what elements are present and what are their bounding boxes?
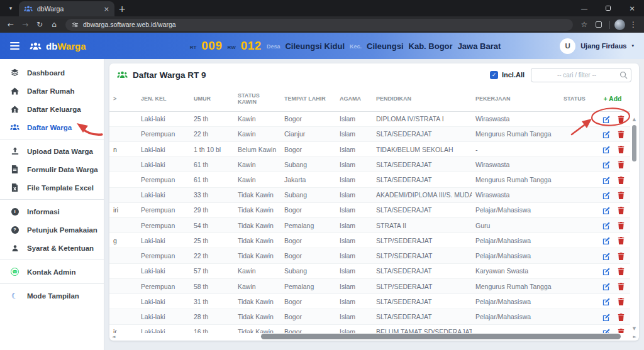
forward-icon[interactable]: → bbox=[19, 18, 31, 31]
home-icon[interactable]: ⌂ bbox=[48, 18, 60, 31]
vertical-scrollbar[interactable]: ▲ ▼ bbox=[631, 116, 638, 332]
search-icon bbox=[619, 71, 628, 79]
edit-button[interactable] bbox=[602, 222, 610, 229]
edit-button[interactable] bbox=[602, 314, 610, 321]
pekerjaan-cell: Guru bbox=[472, 218, 560, 233]
file-excel-icon bbox=[9, 183, 20, 192]
address-bar[interactable]: dbwarga.software.web.id/warga bbox=[65, 19, 573, 31]
edit-button[interactable] bbox=[602, 207, 610, 214]
user-menu[interactable]: U Ujang Firdaus ▾ bbox=[560, 38, 634, 54]
add-button[interactable]: + Add bbox=[595, 86, 630, 111]
row-actions bbox=[595, 248, 630, 263]
edit-button[interactable] bbox=[602, 237, 610, 244]
sidebar-divider bbox=[0, 283, 104, 284]
incl-all-control[interactable]: ✓ Incl.All bbox=[490, 71, 525, 79]
scroll-right-icon[interactable]: ► bbox=[633, 334, 636, 339]
row-actions bbox=[595, 202, 630, 217]
jenis-kelamin-cell: Laki-laki bbox=[137, 309, 190, 324]
scroll-up-icon[interactable]: ▲ bbox=[633, 116, 636, 123]
sidebar-item-dashboard[interactable]: Dashboard bbox=[0, 63, 104, 82]
edit-icon bbox=[602, 116, 610, 123]
row-actions bbox=[595, 126, 630, 141]
delete-button[interactable] bbox=[618, 192, 625, 199]
incl-all-checkbox[interactable]: ✓ bbox=[490, 71, 498, 79]
edit-button[interactable] bbox=[602, 192, 610, 199]
delete-icon bbox=[618, 131, 625, 138]
delete-icon bbox=[618, 192, 625, 199]
vertical-scroll-thumb[interactable] bbox=[632, 125, 636, 161]
tempat-lahir-cell: Subang bbox=[280, 263, 336, 278]
delete-button[interactable] bbox=[618, 146, 625, 153]
scroll-left-icon[interactable]: ◄ bbox=[112, 334, 115, 339]
reload-icon[interactable]: ↻ bbox=[33, 18, 46, 31]
row-actions bbox=[595, 233, 630, 248]
url-text[interactable]: dbwarga.software.web.id/warga bbox=[83, 21, 176, 28]
restore-button[interactable] bbox=[596, 0, 620, 16]
extensions-icon[interactable] bbox=[592, 18, 605, 31]
edit-button[interactable] bbox=[602, 253, 610, 260]
delete-button[interactable] bbox=[618, 131, 625, 138]
sidebar-item-file-template-excel[interactable]: File Template Excel bbox=[0, 178, 104, 197]
sidebar-item-daftar-rumah[interactable]: Daftar Rumah bbox=[0, 82, 104, 100]
browser-tab[interactable]: dbWarga × bbox=[19, 1, 114, 16]
incl-all-label: Incl.All bbox=[502, 71, 525, 79]
minimize-button[interactable]: — bbox=[572, 0, 596, 16]
edit-button[interactable] bbox=[602, 161, 610, 168]
delete-button[interactable] bbox=[618, 237, 625, 244]
edit-button[interactable] bbox=[602, 268, 610, 275]
back-icon[interactable]: ← bbox=[4, 18, 17, 31]
profile-avatar[interactable] bbox=[614, 19, 625, 30]
edit-button[interactable] bbox=[602, 298, 610, 305]
row-actions bbox=[595, 278, 630, 293]
new-tab-button[interactable]: + bbox=[114, 1, 130, 16]
menu-kebab-icon[interactable]: ⋮ bbox=[627, 18, 640, 31]
delete-button[interactable] bbox=[618, 314, 625, 321]
edit-button[interactable] bbox=[602, 131, 610, 138]
edit-button[interactable] bbox=[602, 177, 610, 184]
delete-button[interactable] bbox=[618, 298, 625, 305]
delete-button[interactable] bbox=[618, 253, 625, 260]
sidebar-item-kontak-admin[interactable]: ☎ Kontak Admin bbox=[0, 263, 104, 281]
brand-users-icon bbox=[30, 42, 42, 50]
horizontal-scroll-thumb[interactable] bbox=[261, 334, 621, 339]
horizontal-scrollbar[interactable]: ◄ ► bbox=[112, 333, 636, 340]
scroll-down-icon[interactable]: ▼ bbox=[633, 325, 636, 332]
delete-button[interactable] bbox=[618, 268, 625, 275]
delete-button[interactable] bbox=[618, 329, 625, 333]
kec-label: Kec. bbox=[350, 43, 362, 50]
edit-button[interactable] bbox=[602, 283, 610, 290]
name-remnant-cell bbox=[109, 309, 137, 324]
edit-button[interactable] bbox=[602, 329, 610, 333]
sidebar-item-upload-data-warga[interactable]: Upload Data Warga bbox=[0, 142, 104, 160]
tab-close-icon[interactable]: × bbox=[104, 6, 109, 13]
delete-button[interactable] bbox=[618, 207, 625, 214]
sidebar-item-daftar-keluarga[interactable]: Daftar Keluarga bbox=[0, 100, 104, 118]
close-button[interactable]: × bbox=[620, 0, 644, 16]
delete-icon bbox=[618, 207, 625, 214]
tab-search-icon[interactable]: ▾ bbox=[3, 1, 19, 15]
search-input[interactable] bbox=[531, 68, 631, 82]
sidebar-item-daftar-warga[interactable]: Daftar Warga bbox=[0, 118, 104, 136]
site-settings-icon[interactable] bbox=[72, 21, 79, 28]
delete-button[interactable] bbox=[618, 116, 625, 123]
delete-button[interactable] bbox=[618, 222, 625, 229]
sidebar-item-syarat-ketentuan[interactable]: Syarat & Ketentuan bbox=[0, 239, 104, 257]
sidebar-item-formulir-data-warga[interactable]: Formulir Data Warga bbox=[0, 160, 104, 178]
sidebar-item-mode-tampilan[interactable]: ☾ Mode Tampilan bbox=[0, 287, 104, 305]
umur-cell: 1 th 10 bl bbox=[190, 141, 234, 156]
app-brand[interactable]: dbWarga bbox=[30, 41, 86, 52]
sidebar-item-informasi[interactable]: i Informasi bbox=[0, 202, 104, 221]
bookmark-star-icon[interactable]: ☆ bbox=[578, 18, 591, 31]
sidebar-item-petunjuk-pemakaian[interactable]: ? Petunjuk Pemakaian bbox=[0, 221, 104, 239]
delete-button[interactable] bbox=[618, 161, 625, 168]
umur-cell: 25 th bbox=[190, 233, 234, 248]
delete-button[interactable] bbox=[618, 177, 625, 184]
delete-button[interactable] bbox=[618, 283, 625, 290]
name-remnant-cell bbox=[109, 172, 137, 187]
edit-button[interactable] bbox=[602, 146, 610, 153]
row-actions bbox=[595, 172, 630, 187]
hamburger-icon[interactable] bbox=[10, 42, 19, 50]
jenis-kelamin-cell: Laki-laki bbox=[137, 111, 190, 126]
edit-button[interactable] bbox=[602, 116, 610, 123]
pekerjaan-cell: Wiraswasta bbox=[472, 111, 560, 126]
